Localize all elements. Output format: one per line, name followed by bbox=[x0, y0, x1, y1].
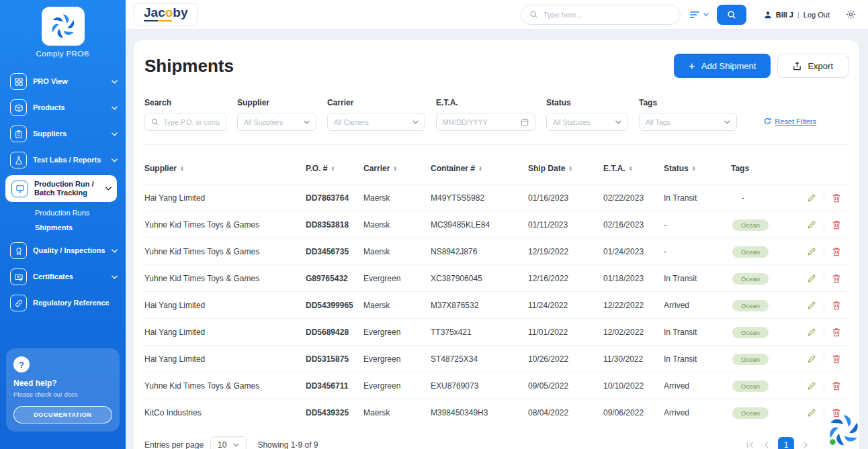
status-select[interactable]: All Statuses bbox=[546, 113, 628, 131]
pagination-next-icon[interactable] bbox=[804, 442, 808, 448]
sidebar-item-label: Quality / Inspections bbox=[33, 246, 105, 255]
delete-button[interactable] bbox=[824, 247, 849, 256]
sort-filter-control[interactable] bbox=[690, 11, 709, 19]
logout-link[interactable]: Log Out bbox=[804, 11, 830, 19]
calendar-icon[interactable] bbox=[521, 118, 529, 126]
pagination: 1 bbox=[746, 437, 808, 449]
delete-button[interactable] bbox=[824, 274, 849, 283]
column-header[interactable]: Status ▲▼ bbox=[664, 164, 731, 173]
user-area: Bill J | Log Out bbox=[764, 11, 830, 19]
sort-carets-icon[interactable]: ▲▼ bbox=[393, 166, 397, 172]
column-header[interactable]: Carrier ▲▼ bbox=[363, 164, 431, 173]
sidebar-item-regulatory-reference[interactable]: Regulatory Reference bbox=[0, 290, 126, 316]
edit-pencil-icon bbox=[807, 193, 816, 203]
edit-button[interactable] bbox=[799, 301, 824, 310]
sort-carets-icon[interactable]: ▲▼ bbox=[692, 166, 696, 172]
reset-filters-link[interactable]: Reset Filters bbox=[764, 117, 816, 126]
row-actions bbox=[783, 192, 849, 204]
pagination-page-1[interactable]: 1 bbox=[778, 437, 794, 449]
delete-button[interactable] bbox=[824, 354, 849, 364]
cell-ship-date: 11/01/2022 bbox=[528, 328, 603, 337]
edit-pencil-icon bbox=[807, 381, 816, 391]
chevron-down-icon bbox=[724, 120, 730, 124]
table-row: Yuhne Kid Times Toys & Games DD3456735 M… bbox=[144, 238, 849, 264]
help-card: ? Need help? Please check our docs DOCUM… bbox=[6, 348, 120, 432]
tags-select[interactable]: All Tags bbox=[639, 113, 737, 131]
filter-eta: E.T.A. bbox=[436, 98, 535, 131]
delete-button[interactable] bbox=[824, 301, 849, 310]
edit-button[interactable] bbox=[799, 408, 824, 417]
sort-carets-icon[interactable]: ▲▼ bbox=[180, 166, 184, 172]
add-shipment-button[interactable]: + Add Shipment bbox=[674, 54, 771, 78]
edit-pencil-icon bbox=[807, 220, 816, 230]
sidebar-item-production-run-batch-tracking[interactable]: Production Run / Batch Tracking bbox=[5, 175, 117, 202]
supplier-select[interactable]: All Suppliers bbox=[237, 113, 316, 131]
complypro-logo[interactable] bbox=[42, 7, 85, 46]
po-search-input[interactable] bbox=[163, 118, 220, 126]
edit-pencil-icon bbox=[807, 247, 816, 256]
edit-button[interactable] bbox=[799, 193, 824, 203]
chevron-down-icon bbox=[703, 13, 709, 16]
cell-tags: Ocean bbox=[731, 408, 783, 417]
tag-badge: Ocean bbox=[732, 407, 769, 419]
pagination-first-icon[interactable] bbox=[746, 442, 754, 448]
sidebar-item-label: Products bbox=[33, 103, 105, 112]
filter-status: Status All Statuses bbox=[546, 98, 628, 131]
global-search-input[interactable] bbox=[544, 11, 672, 19]
column-header[interactable]: P.O. # ▲▼ bbox=[306, 164, 363, 173]
edit-button[interactable] bbox=[799, 220, 824, 230]
column-header[interactable]: Container # ▲▼ bbox=[431, 164, 528, 173]
column-header[interactable]: Supplier ▲▼ bbox=[144, 164, 306, 173]
sidebar-item-certificates[interactable]: Certificates bbox=[0, 264, 126, 290]
sidebar-subitem-shipments[interactable]: Shipments bbox=[35, 220, 126, 235]
sidebar-item-suppliers[interactable]: Suppliers bbox=[0, 121, 126, 147]
sidebar-item-pro-view[interactable]: PRO View bbox=[0, 68, 126, 95]
export-button[interactable]: Export bbox=[777, 54, 849, 78]
filter-label: Supplier bbox=[237, 98, 316, 107]
sidebar-item-quality-inspections[interactable]: Quality / Inspections bbox=[0, 238, 126, 264]
edit-button[interactable] bbox=[799, 354, 824, 364]
edit-button[interactable] bbox=[799, 381, 824, 391]
jacoby-logo[interactable]: Jacoby bbox=[134, 3, 198, 26]
search-button[interactable] bbox=[717, 5, 746, 25]
column-header[interactable]: E.T.A. ▲▼ bbox=[603, 164, 664, 173]
global-search bbox=[521, 5, 681, 25]
sidebar-item-test-labs[interactable]: Test Labs / Reports bbox=[0, 147, 126, 173]
sort-carets-icon[interactable]: ▲▼ bbox=[629, 166, 633, 172]
column-label: Ship Date bbox=[528, 164, 565, 173]
gear-icon[interactable] bbox=[846, 9, 856, 19]
carrier-select[interactable]: All Carriers bbox=[327, 113, 425, 131]
search-icon bbox=[151, 118, 159, 126]
sort-carets-icon[interactable]: ▲▼ bbox=[331, 166, 335, 172]
sidebar-item-products[interactable]: Products bbox=[0, 95, 126, 121]
sidebar-subitem-production-runs[interactable]: Production Runs bbox=[35, 205, 126, 220]
filter-supplier: Supplier All Suppliers bbox=[237, 98, 316, 131]
column-header[interactable]: Ship Date ▲▼ bbox=[528, 164, 603, 173]
sort-carets-icon[interactable]: ▲▼ bbox=[568, 166, 572, 172]
edit-button[interactable] bbox=[799, 274, 824, 283]
edit-button[interactable] bbox=[799, 328, 824, 337]
delete-button[interactable] bbox=[824, 193, 849, 203]
column-header[interactable]: Tags bbox=[731, 164, 783, 173]
delete-trash-icon bbox=[832, 220, 840, 230]
filter-label: Search bbox=[144, 98, 226, 107]
sort-carets-icon[interactable]: ▲▼ bbox=[478, 166, 482, 172]
documentation-button[interactable]: DOCUMENTATION bbox=[13, 406, 112, 423]
delete-button[interactable] bbox=[824, 220, 849, 230]
help-icon[interactable]: ? bbox=[13, 356, 30, 372]
edit-button[interactable] bbox=[799, 247, 824, 256]
user-name[interactable]: Bill J bbox=[776, 11, 793, 19]
pagination-prev-icon[interactable] bbox=[764, 442, 769, 448]
chevron-down-icon bbox=[112, 132, 118, 136]
cell-tags: Ocean bbox=[731, 381, 783, 391]
chevron-down-icon bbox=[112, 106, 118, 110]
tag-badge: Ocean bbox=[732, 381, 769, 392]
delete-button[interactable] bbox=[824, 381, 849, 391]
cell-supplier: Yuhne Kid Times Toys & Games bbox=[144, 274, 306, 283]
entries-per-page-select[interactable]: 10 bbox=[210, 436, 247, 449]
eta-date-input[interactable] bbox=[443, 118, 516, 126]
delete-button[interactable] bbox=[824, 328, 849, 337]
chevron-down-icon bbox=[233, 443, 239, 447]
row-actions bbox=[783, 246, 849, 258]
table-body: Hai Yang Limited DD7863764 Maersk M49YT5… bbox=[144, 184, 849, 426]
